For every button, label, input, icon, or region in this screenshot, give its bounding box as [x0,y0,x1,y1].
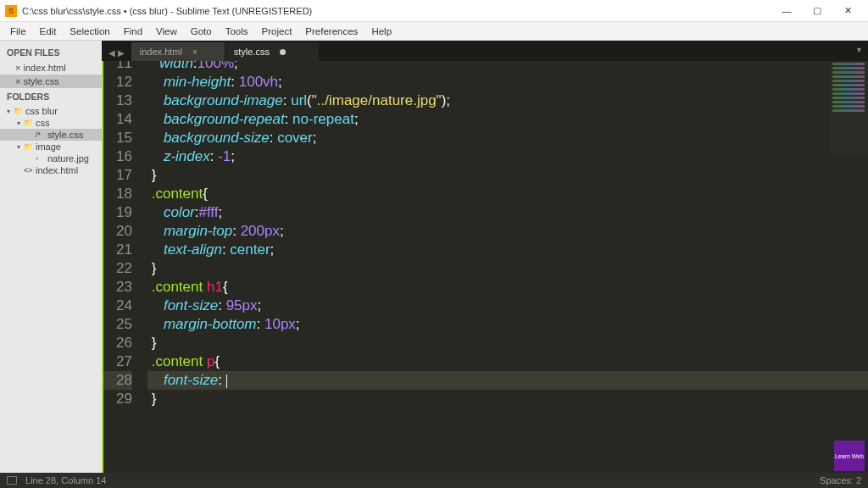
window-title: C:\css blur\css\style.css • (css blur) -… [22,6,771,16]
maximize-button[interactable]: ▢ [802,0,832,22]
line-gutter: 11121314151617181920212223242526272829 [102,61,142,473]
code-content[interactable]: width:100%; min-height: 100vh; backgroun… [142,61,868,473]
menu-help[interactable]: Help [364,25,398,38]
tab-nav-arrows[interactable]: ◀ ▶ [102,48,131,61]
open-file-item[interactable]: × index.html [0,61,102,75]
tree-item[interactable]: ▾📁css [0,117,102,129]
tree-item[interactable]: <>index.html [0,164,102,176]
menu-selection[interactable]: Selection [63,25,116,38]
menu-find[interactable]: Find [117,25,149,38]
menu-edit[interactable]: Edit [33,25,64,38]
tab-dropdown-icon[interactable]: ▼ [855,46,863,54]
minimize-button[interactable]: ― [771,0,802,22]
minimap[interactable] [829,61,868,154]
tab-index-html[interactable]: index.html× [131,42,225,61]
title-bar: S C:\css blur\css\style.css • (css blur)… [0,0,868,22]
brand-watermark: Learn Web [834,441,865,471]
menu-goto[interactable]: Goto [184,25,219,38]
folders-header: FOLDERS [0,88,102,105]
tree-item[interactable]: /*style.css [0,129,102,141]
tree-item[interactable]: ▫nature.jpg [0,152,102,164]
open-files-header: OPEN FILES [0,44,102,61]
app-icon: S [5,5,17,17]
open-file-item[interactable]: × style.css [0,75,102,88]
menu-tools[interactable]: Tools [219,25,255,38]
menu-file[interactable]: File [3,25,33,38]
tab-style-css[interactable]: style.css [225,42,319,61]
status-bar: Line 28, Column 14 Spaces: 2 [0,473,868,488]
tree-item[interactable]: ▾📁css blur [0,105,102,117]
panel-toggle-icon[interactable] [7,476,17,485]
menu-view[interactable]: View [149,25,184,38]
sidebar: OPEN FILES × index.html× style.css FOLDE… [0,41,102,473]
menu-preferences[interactable]: Preferences [298,25,364,38]
menu-project[interactable]: Project [255,25,299,38]
menu-bar: FileEditSelectionFindViewGotoToolsProjec… [0,22,868,41]
close-button[interactable]: ✕ [832,0,863,22]
indent-info[interactable]: Spaces: 2 [820,475,861,485]
tab-strip: ◀ ▶ index.html×style.css ▼ [102,41,868,61]
cursor-position: Line 28, Column 14 [25,475,106,485]
editor-area: ◀ ▶ index.html×style.css ▼ 1112131415161… [102,41,868,473]
code-editor[interactable]: 11121314151617181920212223242526272829 w… [102,61,868,473]
tree-item[interactable]: ▾📁image [0,141,102,152]
